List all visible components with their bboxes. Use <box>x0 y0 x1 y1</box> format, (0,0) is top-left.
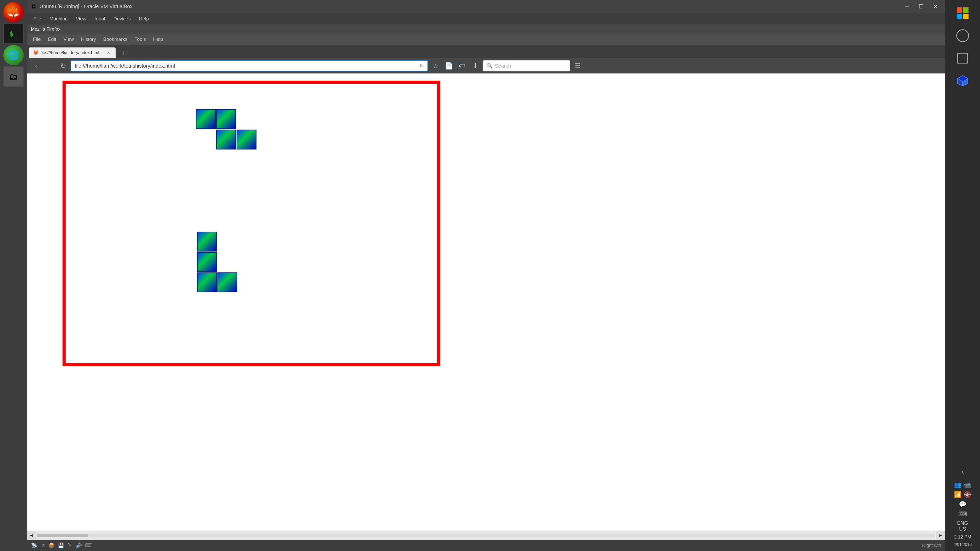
tetris-piece1-cell4 <box>237 130 256 149</box>
vbox-keyboard-icon: ⌨ <box>958 510 967 518</box>
vbox-lang2: US <box>957 526 968 532</box>
vbox-bottom-icon2: 📹 <box>964 481 971 489</box>
ff-menu-file[interactable]: File <box>30 35 44 43</box>
windows-icon <box>953 3 973 24</box>
vbox-status-icon2: 🖥 <box>40 543 45 548</box>
vbox-chat-icon: 💬 <box>959 501 966 508</box>
vbox-menubar: File Machine View Input Devices Help <box>27 13 945 24</box>
firefox-title: Mozilla Firefox <box>31 27 60 32</box>
taskbar-terminal-icon[interactable]: $_ <box>3 24 24 44</box>
firefox-window: Mozilla Firefox File Edit View History B… <box>27 24 945 540</box>
vbox-time: 2:12 PM <box>954 534 971 540</box>
download-button[interactable]: ⬇ <box>470 60 481 71</box>
vbox-statusbar: 📡 🖥 📦 💾 🖱 🔊 ⌨ Right Ctrl <box>27 540 945 551</box>
svg-rect-0 <box>957 7 962 13</box>
vbox-status-icon5: 🖱 <box>67 543 73 548</box>
tab-close-button[interactable]: × <box>106 50 111 56</box>
vbox-wifi-icon: 📶 <box>954 491 962 498</box>
tetris-piece1-cell3 <box>216 130 236 149</box>
vbox-collapse-button[interactable]: ‹ <box>955 464 970 479</box>
firefox-tab-active[interactable]: 🦊 file:///home/lia...tory/index.html × <box>29 48 116 58</box>
search-icon: 🔍 <box>487 63 493 69</box>
tetris-piece2-cell2 <box>197 252 217 272</box>
pocket-button[interactable]: 🏷 <box>457 60 468 71</box>
scrollbar-left-arrow[interactable]: ◄ <box>27 531 36 540</box>
taskbar-files-icon[interactable]: 🗂 <box>3 66 24 87</box>
vbox-status-icon6: 🔊 <box>76 542 82 548</box>
vbox-menu-machine[interactable]: Machine <box>46 15 72 23</box>
tetris-piece1-cell1 <box>196 109 216 129</box>
reload-button[interactable]: ↻ <box>57 60 68 71</box>
bookmark-star-button[interactable]: ☆ <box>430 60 441 71</box>
vbox-titlebar: 🖥 Ubuntu [Running] - Oracle VM VirtualBo… <box>27 0 945 13</box>
vbox-date: 4/01/2016 <box>953 542 972 547</box>
address-bar-text: file:///home/liam/work/tetrishistory/ind… <box>75 63 175 69</box>
vbox-audio-mute-icon: 🔇 <box>964 491 971 498</box>
svg-rect-1 <box>963 7 969 13</box>
tetris-piece2-cell1 <box>197 232 217 251</box>
scrollbar-right-arrow[interactable]: ► <box>936 531 945 540</box>
vbox-lang: ENG <box>957 520 968 526</box>
vbox-status-icon3: 📦 <box>48 542 55 548</box>
forward-button[interactable]: › <box>44 60 56 71</box>
ff-menu-history[interactable]: History <box>78 35 99 43</box>
vbox-circle-icon <box>953 25 973 46</box>
hamburger-menu-button[interactable]: ☰ <box>572 60 583 71</box>
firefox-content: ◄ ► <box>27 73 945 540</box>
firefox-tabbar: 🦊 file:///home/lia...tory/index.html × + <box>27 45 945 58</box>
firefox-menubar: File Edit View History Bookmarks Tools H… <box>27 34 945 45</box>
svg-rect-2 <box>957 14 962 19</box>
svg-rect-3 <box>963 14 969 19</box>
vbox-right-ctrl-label: Right Ctrl <box>922 543 941 548</box>
scrollbar-thumb <box>37 534 88 537</box>
taskbar-left: 🦊 $_ 🌐 🗂 <box>0 0 27 551</box>
search-bar[interactable]: 🔍 Search <box>483 60 570 71</box>
vbox-title-icon: 🖥 <box>31 3 37 10</box>
tetris-piece1-cell2 <box>216 109 236 129</box>
vbox-status-icon1: 📡 <box>31 542 37 548</box>
new-tab-button[interactable]: + <box>117 48 130 58</box>
reader-mode-button[interactable]: 📄 <box>443 60 455 71</box>
search-placeholder: Search <box>495 63 511 69</box>
vbox-menu-view[interactable]: View <box>72 15 90 23</box>
vbox-right-sidebar: ‹ 👥 📹 📶 🔇 💬 ⌨ ENG US 2:12 PM 4/01/2016 <box>945 0 980 551</box>
vbox-cube-icon <box>953 70 973 91</box>
address-bar[interactable]: file:///home/liam/work/tetrishistory/ind… <box>71 60 428 71</box>
vbox-menu-input[interactable]: Input <box>91 15 109 23</box>
close-button[interactable]: ✕ <box>930 2 941 11</box>
page-content <box>27 73 945 530</box>
firefox-navbar: ‹ › ↻ file:///home/liam/work/tetrishisto… <box>27 58 945 73</box>
taskbar-firefox-icon[interactable]: 🦊 <box>3 2 24 22</box>
minimize-button[interactable]: ─ <box>901 2 913 11</box>
horizontal-scrollbar: ◄ ► <box>27 530 945 540</box>
back-button[interactable]: ‹ <box>31 60 42 71</box>
vbox-square-icon <box>953 48 973 68</box>
taskbar-globe-icon[interactable]: 🌐 <box>3 45 24 65</box>
tetris-piece2-cell4 <box>218 272 237 292</box>
ff-menu-view[interactable]: View <box>60 35 77 43</box>
firefox-titlebar: Mozilla Firefox <box>27 24 945 34</box>
maximize-button[interactable]: ☐ <box>916 2 927 11</box>
vbox-menu-help[interactable]: Help <box>135 15 152 23</box>
vbox-menu-file[interactable]: File <box>30 15 45 23</box>
vbox-title-text: Ubuntu [Running] - Oracle VM VirtualBox <box>40 3 898 10</box>
ff-menu-bookmarks[interactable]: Bookmarks <box>100 35 130 43</box>
tab-title: file:///home/lia...tory/index.html <box>41 50 103 56</box>
tetris-canvas <box>62 81 440 366</box>
ff-menu-tools[interactable]: Tools <box>131 35 149 43</box>
tab-favicon: 🦊 <box>33 50 38 56</box>
vbox-menu-devices[interactable]: Devices <box>110 15 135 23</box>
vbox-bottom-icon1: 👥 <box>954 481 962 489</box>
ff-menu-help[interactable]: Help <box>150 35 166 43</box>
vbox-status-icon4: 💾 <box>58 542 64 548</box>
tetris-piece2-cell3 <box>197 272 217 292</box>
reload-icon: ↻ <box>419 62 424 69</box>
ff-menu-edit[interactable]: Edit <box>45 35 59 43</box>
vbox-status-icon7: ⌨ <box>85 542 92 548</box>
